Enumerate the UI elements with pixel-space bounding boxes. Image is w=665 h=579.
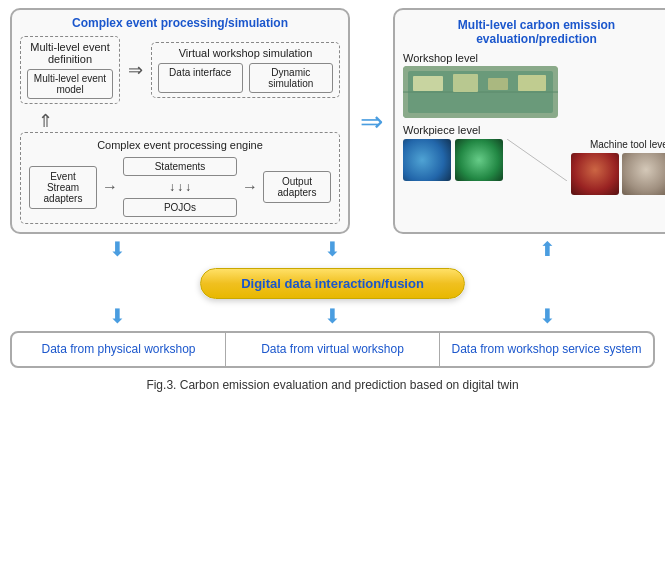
- service-system-cell: Data from workshop service system: [440, 333, 653, 366]
- svg-rect-4: [453, 74, 478, 92]
- large-arrow-col: ⇒: [360, 8, 383, 234]
- workpiece-level-label: Workpiece level: [403, 124, 665, 136]
- fusion-arrow-down1-icon: ⬇: [109, 237, 126, 261]
- bottom-row: Data from physical workshop Data from vi…: [10, 331, 655, 368]
- cep-engine-title: Complex event processing engine: [29, 139, 331, 151]
- fusion-arrow-down5-icon: ⬇: [539, 304, 556, 328]
- dynamic-simulation-box: Dynamic simulation: [249, 63, 334, 93]
- machine-image-2: [622, 153, 665, 195]
- cep-middle: Statements ↓ ↓ ↓ POJOs: [123, 157, 237, 217]
- fusion-ellipse: Digital data interaction/fusion: [200, 268, 465, 299]
- workshop-level-block: Workshop level: [403, 52, 665, 118]
- physical-workshop-label: Data from physical workshop: [41, 342, 195, 356]
- physical-workshop-cell: Data from physical workshop: [12, 333, 226, 366]
- virtual-workshop-box: Virtual workshop simulation Data interfa…: [151, 42, 340, 98]
- output-adapters-box: Output adapters: [263, 171, 331, 203]
- pojos-label: POJOs: [164, 202, 196, 213]
- workpiece-image-1: [403, 139, 451, 181]
- event-stream-box: Event Stream adapters: [29, 166, 97, 209]
- statements-box: Statements: [123, 157, 237, 176]
- virtual-workshop-label: Data from virtual workshop: [261, 342, 404, 356]
- svg-rect-6: [518, 75, 546, 91]
- virtual-workshop-cell: Data from virtual workshop: [226, 333, 440, 366]
- upper-boxes: Multi-level event definition Multi-level…: [20, 36, 340, 104]
- fusion-arrow-down3-icon: ⬇: [109, 304, 126, 328]
- workshop-svg: [403, 66, 558, 118]
- cep-arrows-row: ↓ ↓ ↓: [123, 180, 237, 194]
- cep-arrow2-icon: →: [242, 178, 258, 196]
- workshop-level-label: Workshop level: [403, 52, 665, 64]
- arrow-right-icon: ⇒: [128, 59, 143, 81]
- workpiece-images-row: Machine tool level: [403, 139, 665, 195]
- fusion-row: Digital data interaction/fusion: [10, 268, 655, 299]
- main-container: Complex event processing/simulation Mult…: [0, 0, 665, 398]
- machine-tool-level-label: Machine tool level: [590, 139, 665, 150]
- large-blue-arrow-icon: ⇒: [360, 105, 383, 138]
- service-system-label: Data from workshop service system: [451, 342, 641, 356]
- fusion-arrow-up1-icon: ⬆: [539, 237, 556, 261]
- top-row: Complex event processing/simulation Mult…: [10, 8, 655, 234]
- caption: Fig.3. Carbon emission evaluation and pr…: [10, 378, 655, 392]
- cep-arrow1-icon: →: [102, 178, 118, 196]
- down-arrow-icon: ↓: [169, 180, 175, 194]
- fusion-arrow-down2-icon: ⬇: [324, 237, 341, 261]
- right-panel: Multi-level carbon emission evaluation/p…: [393, 8, 665, 234]
- svg-rect-5: [488, 78, 508, 90]
- arrow-up-icon: ⇑: [38, 111, 53, 131]
- output-adapters-label: Output adapters: [278, 176, 317, 198]
- fusion-arrows-down-row: ⬇ ⬇ ⬇: [10, 307, 655, 325]
- data-interface-label: Data interface: [169, 67, 231, 78]
- fusion-label: Digital data interaction/fusion: [241, 276, 424, 291]
- event-stream-label: Event Stream adapters: [44, 171, 83, 204]
- dynamic-simulation-label: Dynamic simulation: [268, 67, 313, 89]
- multi-level-event-box: Multi-level event definition Multi-level…: [20, 36, 120, 104]
- multi-level-model-box: Multi-level event model: [27, 69, 113, 99]
- left-panel: Complex event processing/simulation Mult…: [10, 8, 350, 234]
- multi-level-model-label: Multi-level event model: [34, 73, 106, 95]
- workpiece-image-2: [455, 139, 503, 181]
- svg-rect-3: [413, 76, 443, 91]
- arrow-up-container: ⇑: [20, 112, 340, 130]
- right-panel-title: Multi-level carbon emission evaluation/p…: [403, 18, 665, 46]
- machine-tool-column: Machine tool level: [571, 139, 665, 195]
- data-interface-box: Data interface: [158, 63, 243, 93]
- caption-text: Fig.3. Carbon emission evaluation and pr…: [146, 378, 518, 392]
- down-arrow3-icon: ↓: [185, 180, 191, 194]
- cep-engine-box: Complex event processing engine Event St…: [20, 132, 340, 224]
- workpiece-level-block: Workpiece level Machine tool level: [403, 124, 665, 195]
- virtual-workshop-title: Virtual workshop simulation: [179, 47, 313, 59]
- machine-images-row: [571, 153, 665, 195]
- multi-level-event-label: Multi-level event definition: [30, 41, 109, 65]
- statements-label: Statements: [155, 161, 206, 172]
- machine-image-1: [571, 153, 619, 195]
- cep-inner-row: Event Stream adapters → Statements ↓ ↓ ↓: [29, 157, 331, 217]
- diagonal-lines-svg: [507, 139, 567, 181]
- fusion-arrows-up-row: ⬇ ⬇ ⬆: [10, 240, 655, 258]
- left-panel-title: Complex event processing/simulation: [20, 16, 340, 30]
- fusion-arrow-down4-icon: ⬇: [324, 304, 341, 328]
- workshop-image: [403, 66, 558, 118]
- svg-line-7: [507, 139, 567, 181]
- pojos-box: POJOs: [123, 198, 237, 217]
- vw-inner-row: Data interface Dynamic simulation: [158, 63, 333, 93]
- down-arrow2-icon: ↓: [177, 180, 183, 194]
